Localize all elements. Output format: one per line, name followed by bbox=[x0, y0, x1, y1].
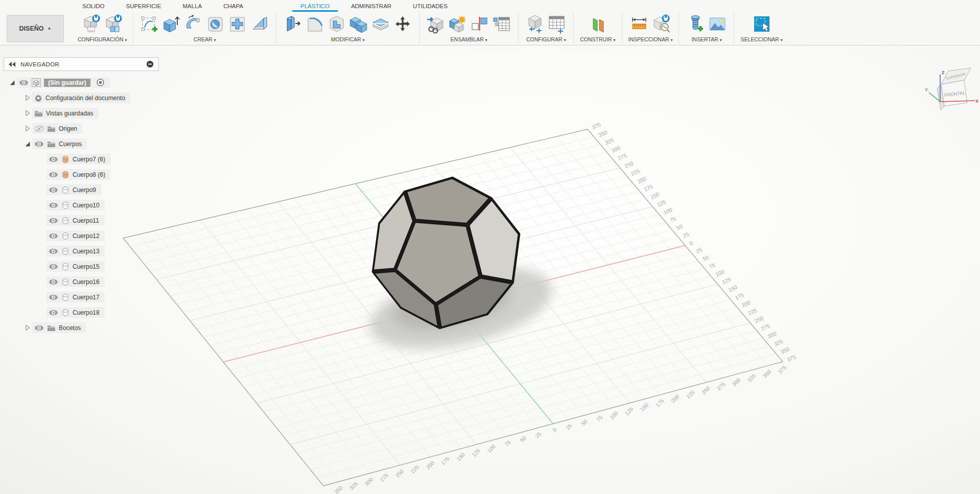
tree-row-root[interactable]: (Sin guardar) bbox=[4, 77, 110, 88]
split-body-icon[interactable] bbox=[370, 14, 391, 34]
create-revolve-icon[interactable] bbox=[183, 14, 204, 34]
measure-icon[interactable] bbox=[629, 14, 649, 34]
bom-table-icon[interactable] bbox=[492, 14, 512, 34]
shell-icon[interactable] bbox=[326, 14, 347, 34]
create-primitive-icon[interactable] bbox=[205, 14, 226, 34]
visibility-eye-icon[interactable] bbox=[49, 309, 58, 316]
construction-plane-icon[interactable] bbox=[588, 14, 608, 34]
tree-row-cuerpo8-6-[interactable]: Cuerpo8 (6) bbox=[4, 169, 110, 180]
expand-node-icon[interactable] bbox=[24, 110, 31, 116]
tree-row-cuerpo17[interactable]: Cuerpo17 bbox=[4, 292, 105, 302]
tree-row-origen[interactable]: Origen bbox=[4, 123, 82, 134]
visibility-eye-icon[interactable] bbox=[49, 156, 58, 163]
tree-row-configuraci-n-del-documento[interactable]: Configuración del documento bbox=[4, 92, 130, 103]
new-component-icon[interactable] bbox=[448, 14, 468, 34]
tree-item-label[interactable]: Origen bbox=[59, 125, 77, 132]
tree-row-vistas-guardadas[interactable]: Vistas guardadas bbox=[4, 108, 99, 119]
tree-item-label[interactable]: Cuerpos bbox=[59, 140, 82, 148]
group-label[interactable]: INSPECCIONAR ▾ bbox=[628, 36, 673, 42]
tree-item-label[interactable]: Cuerpo7 (6) bbox=[73, 156, 105, 163]
insert-link-icon[interactable] bbox=[426, 14, 446, 34]
group-label[interactable]: MODIFICAR ▾ bbox=[331, 36, 365, 42]
tree-row-cuerpos[interactable]: Cuerpos bbox=[4, 138, 87, 149]
tree-row-cuerpo16[interactable]: Cuerpo16 bbox=[4, 276, 105, 287]
combine-icon[interactable] bbox=[348, 14, 369, 34]
fillet-icon[interactable] bbox=[305, 14, 325, 34]
create-extrude-icon[interactable] bbox=[161, 14, 182, 34]
group-label[interactable]: CONSTRUIR ▾ bbox=[580, 36, 615, 42]
design-menu-button[interactable]: DISEÑO ▼ bbox=[7, 15, 64, 42]
select-icon[interactable] bbox=[752, 14, 772, 34]
tree-item-label[interactable]: Cuerpo8 (6) bbox=[73, 171, 105, 178]
create-sketch-icon[interactable] bbox=[139, 14, 160, 34]
config-table-icon[interactable] bbox=[547, 14, 567, 34]
tab-superficie[interactable]: SUPERFICIE bbox=[115, 0, 172, 12]
tab-malla[interactable]: MALLA bbox=[172, 0, 213, 12]
tab-solido[interactable]: SOLIDO bbox=[72, 0, 115, 12]
group-label[interactable]: ENSAMBLAR ▾ bbox=[451, 36, 487, 42]
create-wedge-icon[interactable] bbox=[249, 14, 270, 34]
tree-item-label[interactable]: (Sin guardar) bbox=[44, 79, 90, 87]
press-pull-icon[interactable] bbox=[283, 14, 303, 34]
tree-item-label[interactable]: Cuerpo15 bbox=[73, 263, 100, 270]
collapse-node-icon[interactable] bbox=[24, 141, 31, 147]
tree-row-cuerpo18[interactable]: Cuerpo18 bbox=[4, 307, 105, 318]
tree-item-label[interactable]: Cuerpo9 bbox=[73, 186, 96, 194]
expand-node-icon[interactable] bbox=[24, 324, 31, 331]
move-copy-icon[interactable] bbox=[392, 14, 413, 34]
group-label[interactable]: CONFIGURAR ▾ bbox=[526, 36, 566, 42]
visibility-eye-icon[interactable] bbox=[49, 171, 58, 178]
visibility-eye-icon[interactable] bbox=[49, 263, 58, 270]
visibility-eye-icon[interactable] bbox=[49, 202, 58, 209]
tree-item-label[interactable]: Cuerpo16 bbox=[73, 278, 100, 286]
insert-fastener-icon[interactable] bbox=[685, 14, 706, 34]
visibility-eye-icon[interactable] bbox=[49, 294, 58, 301]
plastic-rule-1-icon[interactable] bbox=[81, 14, 102, 34]
section-analysis-icon[interactable] bbox=[651, 14, 671, 34]
create-pattern-icon[interactable] bbox=[227, 14, 248, 34]
tree-item-label[interactable]: Cuerpo12 bbox=[73, 232, 100, 240]
expand-node-icon[interactable] bbox=[24, 125, 31, 132]
configuration-icon[interactable] bbox=[525, 14, 545, 34]
tree-row-cuerpo12[interactable]: Cuerpo12 bbox=[4, 230, 105, 241]
visibility-eye-icon[interactable] bbox=[34, 140, 44, 148]
tree-row-cuerpo13[interactable]: Cuerpo13 bbox=[4, 246, 105, 256]
tree-item-label[interactable]: Vistas guardadas bbox=[46, 110, 94, 117]
tab-administrar[interactable]: ADMINISTRAR bbox=[340, 0, 402, 12]
visibility-eye-icon[interactable] bbox=[19, 79, 29, 86]
tree-row-cuerpo7-6-[interactable]: Cuerpo7 (6) bbox=[4, 154, 110, 164]
visibility-eye-icon[interactable] bbox=[49, 186, 58, 194]
visibility-eye-off-icon[interactable] bbox=[34, 125, 44, 132]
tree-item-label[interactable]: Cuerpo13 bbox=[73, 248, 100, 255]
plastic-rule-2-icon[interactable] bbox=[103, 14, 124, 34]
group-label[interactable]: INSERTAR ▾ bbox=[691, 36, 721, 42]
insert-canvas-icon[interactable] bbox=[707, 14, 728, 34]
tab-utilidades[interactable]: UTILIDADES bbox=[402, 0, 458, 12]
expand-node-icon[interactable] bbox=[24, 95, 31, 101]
tree-item-label[interactable]: Cuerpo11 bbox=[73, 217, 99, 224]
tree-row-cuerpo15[interactable]: Cuerpo15 bbox=[4, 261, 105, 272]
collapse-node-icon[interactable] bbox=[9, 80, 16, 86]
tree-row-bocetos[interactable]: Bocetos bbox=[4, 322, 86, 333]
joint-icon[interactable] bbox=[470, 14, 490, 34]
tree-row-cuerpo10[interactable]: Cuerpo10 bbox=[4, 200, 105, 210]
tree-item-label[interactable]: Cuerpo17 bbox=[73, 294, 100, 301]
minimize-panel-icon[interactable] bbox=[146, 60, 154, 68]
tab-plástico[interactable]: PLÁSTICO bbox=[290, 0, 340, 12]
tree-row-cuerpo9[interactable]: Cuerpo9 bbox=[4, 184, 101, 195]
visibility-eye-icon[interactable] bbox=[49, 248, 58, 255]
tree-item-label[interactable]: Configuración del documento bbox=[45, 95, 125, 102]
tree-item-label[interactable]: Bocetos bbox=[59, 324, 81, 332]
view-cube[interactable]: SUPERIOR FRONTAL Z Y X bbox=[925, 68, 978, 110]
tab-chapa[interactable]: CHAPA bbox=[213, 0, 254, 12]
visibility-eye-icon[interactable] bbox=[49, 232, 58, 240]
collapse-panel-icon[interactable] bbox=[9, 62, 16, 67]
active-component-radio-icon[interactable] bbox=[96, 78, 105, 87]
visibility-eye-icon[interactable] bbox=[49, 278, 58, 286]
tree-item-label[interactable]: Cuerpo18 bbox=[73, 309, 100, 316]
group-label[interactable]: SELECCIONAR ▾ bbox=[740, 36, 782, 42]
tree-row-cuerpo11[interactable]: Cuerpo11 bbox=[4, 215, 104, 226]
visibility-eye-icon[interactable] bbox=[49, 217, 58, 224]
visibility-eye-icon[interactable] bbox=[34, 324, 44, 332]
tree-item-label[interactable]: Cuerpo10 bbox=[73, 202, 100, 209]
